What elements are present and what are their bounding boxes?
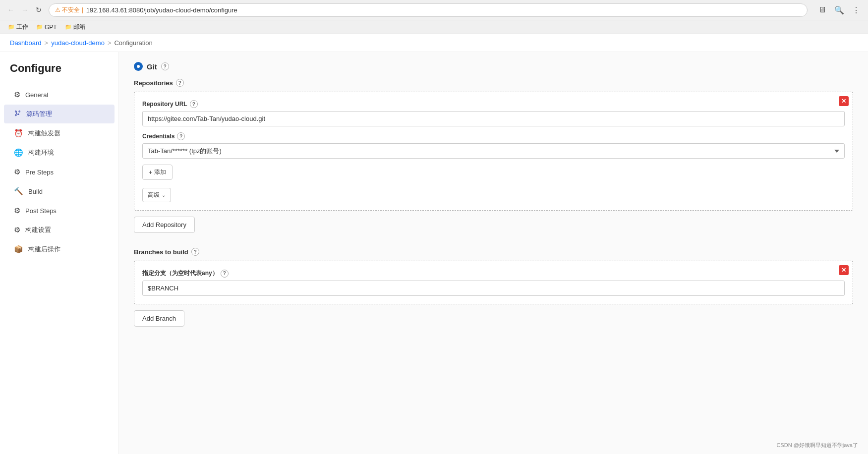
content-area: Git ? Repositories ? ✕ Repository URL ? bbox=[119, 52, 868, 454]
advanced-button[interactable]: 高级 ⌄ bbox=[142, 188, 171, 202]
build-icon: 🔨 bbox=[14, 187, 23, 196]
sidebar-item-pre-steps[interactable]: ⚙ Pre Steps bbox=[4, 163, 115, 181]
add-credentials-button[interactable]: + 添加 bbox=[142, 165, 173, 180]
breadcrumb-current: Configuration bbox=[114, 39, 152, 47]
bookmark-gpt-icon: 📁 bbox=[36, 24, 43, 30]
security-warning: ⚠ 不安全 | bbox=[55, 6, 83, 14]
search-icon[interactable]: 🔍 bbox=[832, 3, 846, 17]
branches-help-icon[interactable]: ? bbox=[191, 248, 199, 256]
sidebar-label-scm: 源码管理 bbox=[26, 110, 52, 118]
git-help-icon[interactable]: ? bbox=[161, 62, 169, 70]
sidebar-label-build-env: 构建环境 bbox=[28, 148, 54, 157]
settings-icon: ⚙ bbox=[14, 168, 20, 176]
sidebar-item-build[interactable]: 🔨 Build bbox=[4, 182, 115, 201]
breadcrumb-project[interactable]: yudao-cloud-demo bbox=[51, 39, 105, 47]
credentials-label: Credentials ? bbox=[142, 132, 845, 140]
menu-icon[interactable]: ⋮ bbox=[849, 3, 863, 17]
breadcrumb-sep-1: > bbox=[45, 39, 49, 47]
address-bar[interactable]: ⚠ 不安全 | 192.168.43.61:8080/job/yudao-clo… bbox=[49, 3, 808, 17]
sidebar-item-build-settings[interactable]: ⚙ 构建设置 bbox=[4, 221, 115, 239]
git-header: Git ? bbox=[134, 62, 853, 71]
sidebar-label-post-build: 构建后操作 bbox=[28, 245, 60, 254]
git-section: Git ? Repositories ? ✕ Repository URL ? bbox=[134, 62, 853, 327]
post-steps-icon: ⚙ bbox=[14, 206, 20, 215]
bookmark-gpt-label: GPT bbox=[45, 24, 57, 31]
sidebar-item-scm[interactable]: 源码管理 bbox=[4, 105, 115, 123]
toolbar-icons: 🖥 🔍 ⋮ bbox=[815, 3, 863, 17]
svg-point-0 bbox=[137, 65, 140, 68]
git-label: Git bbox=[147, 62, 157, 71]
branches-section: Branches to build ? ✕ 指定分支（为空时代表any） ? bbox=[134, 248, 853, 327]
sidebar-label-post-steps: Post Steps bbox=[25, 207, 57, 215]
repo-url-help-icon[interactable]: ? bbox=[190, 100, 198, 108]
sidebar-item-build-env[interactable]: 🌐 构建环境 bbox=[4, 143, 115, 162]
sidebar: Configure ⚙ General 源码管理 ⏰ 构建触发器 bbox=[0, 52, 119, 454]
browser-chrome: ← → ↻ ⚠ 不安全 | 192.168.43.61:8080/job/yud… bbox=[0, 0, 868, 34]
credentials-select[interactable]: Tab-Tan/****** (tpz的账号) bbox=[142, 143, 845, 159]
sidebar-label-build-settings: 构建设置 bbox=[25, 226, 51, 234]
repositories-help-icon[interactable]: ? bbox=[176, 79, 184, 87]
sidebar-label-trigger: 构建触发器 bbox=[28, 129, 60, 138]
branch-field-help-icon[interactable]: ? bbox=[221, 270, 229, 278]
cast-icon[interactable]: 🖥 bbox=[815, 3, 829, 17]
add-icon: + bbox=[149, 169, 152, 176]
browser-toolbar: ← → ↻ ⚠ 不安全 | 192.168.43.61:8080/job/yud… bbox=[0, 0, 868, 20]
repo-url-input[interactable] bbox=[142, 111, 845, 126]
bookmark-work-icon: 📁 bbox=[8, 24, 15, 30]
add-branch-button[interactable]: Add Branch bbox=[134, 310, 184, 327]
branch-field-label: 指定分支（为空时代表any） ? bbox=[142, 269, 845, 278]
sidebar-title: Configure bbox=[0, 62, 118, 85]
branches-label: Branches to build ? bbox=[134, 248, 853, 256]
sidebar-item-trigger[interactable]: ⏰ 构建触发器 bbox=[4, 124, 115, 143]
breadcrumb-dashboard[interactable]: Dashboard bbox=[10, 39, 42, 47]
footer-note: CSDN @好饿啊早知道不学java了 bbox=[776, 442, 858, 449]
branch-icon bbox=[14, 110, 21, 118]
bookmark-gpt[interactable]: 📁 GPT bbox=[33, 23, 60, 32]
add-repository-button[interactable]: Add Repository bbox=[134, 217, 195, 233]
git-radio-dot[interactable] bbox=[134, 62, 143, 71]
url-text: 192.168.43.61:8080/job/yudao-cloud-demo/… bbox=[86, 6, 801, 14]
main-layout: Configure ⚙ General 源码管理 ⏰ 构建触发器 bbox=[0, 52, 868, 454]
bookmark-work[interactable]: 📁 工作 bbox=[5, 22, 31, 32]
build-settings-icon: ⚙ bbox=[14, 226, 20, 234]
repository-card: ✕ Repository URL ? Credentials ? Ta bbox=[134, 92, 853, 211]
sidebar-label-pre-steps: Pre Steps bbox=[25, 169, 54, 176]
remove-branch-button[interactable]: ✕ bbox=[839, 265, 849, 275]
sidebar-label-build: Build bbox=[28, 188, 43, 195]
branch-card: ✕ 指定分支（为空时代表any） ? bbox=[134, 261, 853, 304]
breadcrumb: Dashboard > yudao-cloud-demo > Configura… bbox=[0, 34, 868, 52]
sidebar-item-post-build[interactable]: 📦 构建后操作 bbox=[4, 240, 115, 259]
forward-button[interactable]: → bbox=[19, 4, 31, 16]
credentials-help-icon[interactable]: ? bbox=[177, 132, 185, 140]
repositories-label: Repositories ? bbox=[134, 79, 853, 87]
globe-icon: 🌐 bbox=[14, 148, 23, 157]
back-button[interactable]: ← bbox=[5, 4, 17, 16]
clock-icon: ⏰ bbox=[14, 129, 23, 138]
reload-button[interactable]: ↻ bbox=[33, 4, 45, 16]
branch-input[interactable] bbox=[142, 281, 845, 296]
remove-repo-button[interactable]: ✕ bbox=[839, 96, 849, 106]
bookmark-mail-icon: 📁 bbox=[65, 24, 72, 30]
bookmark-mail-label: 邮箱 bbox=[73, 23, 85, 31]
chevron-down-icon: ⌄ bbox=[162, 192, 166, 198]
breadcrumb-sep-2: > bbox=[108, 39, 112, 47]
bookmark-mail[interactable]: 📁 邮箱 bbox=[62, 22, 88, 32]
bookmark-work-label: 工作 bbox=[16, 23, 28, 31]
nav-buttons: ← → ↻ bbox=[5, 4, 45, 16]
repo-url-label: Repository URL ? bbox=[142, 100, 845, 108]
sidebar-item-general[interactable]: ⚙ General bbox=[4, 85, 115, 104]
bookmarks-bar: 📁 工作 📁 GPT 📁 邮箱 bbox=[0, 20, 868, 34]
package-icon: 📦 bbox=[14, 245, 23, 254]
sidebar-label-general: General bbox=[25, 91, 48, 99]
page-container: Dashboard > yudao-cloud-demo > Configura… bbox=[0, 34, 868, 454]
sidebar-item-post-steps[interactable]: ⚙ Post Steps bbox=[4, 201, 115, 220]
gear-icon: ⚙ bbox=[14, 90, 20, 99]
